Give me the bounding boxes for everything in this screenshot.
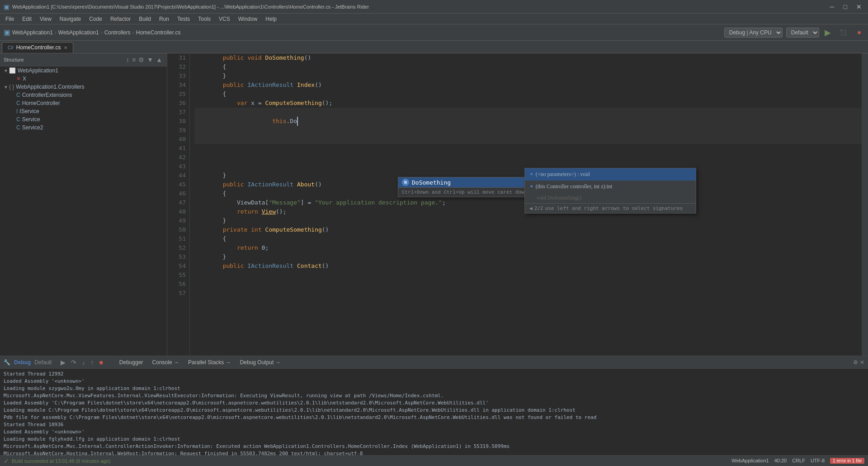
sidebar-item-service[interactable]: C Service [0,115,167,124]
breadcrumb-controllers[interactable]: WebApplication1 [58,29,99,36]
close-btn[interactable]: ✕ [854,3,864,10]
menu-item-view[interactable]: View [36,15,55,23]
toolbar-right: Debug | Any CPU Default ▶ ⬛ ■ [724,28,864,38]
ac-method-icon: m [402,179,409,186]
tree-label-service: Service [22,116,40,123]
tab-label: HomeController.cs [16,44,61,51]
editor-content: 31 32 33 34 35 36 37 38 39 40 41 42 43 4… [167,53,868,356]
menu-item-file[interactable]: File [2,15,18,23]
scrollbar[interactable] [862,53,868,356]
class-icon-service: C [16,116,20,123]
line-numbers: 31 32 33 34 35 36 37 38 39 40 41 42 43 4… [167,53,190,356]
log-line-12: Microsoft.AspNetCore.Hosting.Internal.We… [4,450,864,455]
tree-label-ext: ControllerExtensions [22,92,72,98]
minimize-btn[interactable]: ─ [827,3,837,10]
code-line-50: } [194,216,862,225]
sidebar-item-webapp1[interactable]: ▼ ⬜ WebApplication1 [0,67,167,75]
sidebar-filter-icon[interactable]: ≡ [131,55,137,64]
run-config-select[interactable]: Default [786,28,819,38]
menu-item-tools[interactable]: Tools [194,15,214,23]
menu-item-code[interactable]: Code [85,15,106,23]
debug-output[interactable]: Started Thread 12992 Loaded Assembly '<u… [0,369,868,455]
code-line-38: var x = ComputeSomething(); [194,99,862,108]
code-line-57: public IActionResult Contact() [194,262,862,271]
sig-nav-left[interactable]: ◀ [529,205,533,211]
main-area: Structure ↕ ≡ ⚙ ▼ ▲ ▼ ⬜ WebApplication1 … [0,53,868,356]
menu-item-tests[interactable]: Tests [174,15,193,23]
menu-item-window[interactable]: Window [235,15,261,23]
code-line-54: return 0; [194,243,862,252]
debug-stop-btn[interactable]: ■ [97,358,104,367]
breadcrumb-controllers-folder[interactable]: Controllers [104,29,131,36]
code-line-31: public void DoSomething() [194,53,862,62]
debug-icon: 🔧 [4,359,10,366]
log-line-7: Pdb file for assembly C:\Program Files\d… [4,414,864,421]
stop-button[interactable]: ■ [854,28,864,38]
menu-item-vcs[interactable]: VCS [215,15,234,23]
namespace-icon: { } [9,84,14,90]
menu-item-build[interactable]: Build [135,15,155,23]
menu-item-help[interactable]: Help [262,15,280,23]
status-encoding[interactable]: UTF-8 [811,458,825,464]
editor[interactable]: 31 32 33 34 35 36 37 38 39 40 41 42 43 4… [167,53,868,356]
x-icon: ✕ [16,76,21,82]
toolbar: ▣ WebApplication1 › WebApplication1 › Co… [0,24,868,41]
sidebar-item-iservice[interactable]: I IService [0,107,167,115]
status-line-ending[interactable]: CRLF [792,458,805,464]
sig-item-2: • (this Controller controller, int z):in… [525,181,696,193]
code-line-53: { [194,234,862,243]
debug-tab-parallel[interactable]: Parallel Stacks → [184,358,235,366]
debug-config-select[interactable]: Debug | Any CPU [724,28,783,38]
breadcrumb-file[interactable]: HomeController.cs [136,29,181,36]
debug-tab-console[interactable]: Console → [149,358,183,366]
menu-item-run[interactable]: Run [156,15,173,23]
sidebar-sort-icon[interactable]: ↕ [125,55,130,64]
sidebar-expand-icon[interactable]: ▲ [155,55,163,64]
log-line-10: Loading module fglyhxdd.lfg in applicati… [4,436,864,443]
sidebar: Structure ↕ ≡ ⚙ ▼ ▲ ▼ ⬜ WebApplication1 … [0,53,167,356]
project-icon: ⬜ [9,67,16,74]
run-button[interactable]: ▶ [823,28,833,38]
debug-button[interactable]: ⬛ [836,28,850,38]
tree-label-home: HomeController [22,100,60,106]
debug-step-in-btn[interactable]: ↓ [80,358,87,367]
status-project[interactable]: WebApplication1 [731,458,769,464]
debug-panel-close[interactable]: ✕ [860,359,864,366]
tree-label-x: X [23,76,26,82]
log-line-9: Loaded Assembly '<unknown>' [4,428,864,436]
tree-arrow-webapp1: ▼ [4,68,9,73]
sidebar-settings-icon[interactable]: ⚙ [137,55,145,64]
debug-step-over-btn[interactable]: ↷ [69,358,78,367]
debug-tabs: Debugger Console → Parallel Stacks → Deb… [116,358,284,366]
debug-tab-output[interactable]: Debug Output → [236,358,284,366]
tree-arrow-controllers: ▼ [4,85,9,90]
debug-resume-btn[interactable]: ▶ [59,358,67,367]
sig-nav-text: use left and right arrows to select sign… [545,205,683,211]
sidebar-item-service2[interactable]: C Service2 [0,124,167,132]
debug-toolbar: 🔧 Debug Default ▶ ↷ ↓ ↑ ■ Debugger Conso… [0,356,868,369]
cs-file-icon: C# [8,45,14,50]
menu-bar: FileEditViewNavigateCodeRefactorBuildRun… [0,14,868,24]
sidebar-tree: ▼ ⬜ WebApplication1 ✕ X ▼ { } WebApplica… [0,67,167,132]
menu-item-refactor[interactable]: Refactor [107,15,134,23]
debug-settings-icon[interactable]: ⚙ [853,359,858,366]
sidebar-collapse-icon[interactable]: ▼ [146,55,154,64]
menu-item-navigate[interactable]: Navigate [56,15,85,23]
debug-label: Debug [14,359,31,366]
tab-close-icon[interactable]: ✕ [64,45,67,50]
maximize-btn[interactable]: □ [841,3,850,10]
sidebar-item-home-controller[interactable]: C HomeController [0,99,167,107]
debug-step-out-btn[interactable]: ↑ [89,358,95,367]
tab-homecontroller[interactable]: C# HomeController.cs ✕ [2,42,73,53]
error-badge[interactable]: 1 error in 1 file [830,458,864,464]
code-line-37: { [194,90,862,99]
breadcrumb-webapp[interactable]: WebApplication1 [12,29,53,36]
status-position[interactable]: 40:20 [774,458,787,464]
debug-tab-debugger[interactable]: Debugger [116,358,147,366]
sidebar-item-controller-ext[interactable]: C ControllerExtensions [0,91,167,99]
sidebar-item-x[interactable]: ✕ X [0,75,167,83]
menu-item-edit[interactable]: Edit [19,15,35,23]
tree-label-service2: Service2 [22,124,43,131]
sidebar-item-controllers-ns[interactable]: ▼ { } WebApplication1.Controllers [0,83,167,91]
sig-nav-count: 2/2 [534,205,543,211]
